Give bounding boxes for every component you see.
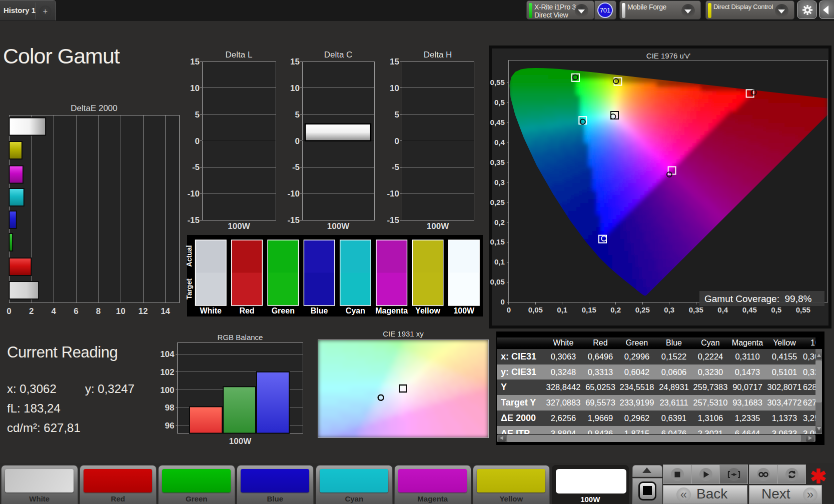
svg-text:5: 5 [395, 110, 399, 120]
svg-text:0,5: 0,5 [494, 98, 505, 106]
svg-text:10: 10 [116, 306, 126, 316]
svg-text:0,25: 0,25 [490, 198, 505, 206]
svg-text:0,55: 0,55 [796, 306, 810, 314]
svg-text:Yellow: Yellow [415, 306, 440, 315]
svg-text:-10: -10 [287, 189, 300, 198]
svg-text:0,1: 0,1 [557, 306, 567, 314]
svg-text:100W: 100W [427, 222, 449, 231]
svg-text:0,4: 0,4 [494, 138, 505, 146]
svg-text:2: 2 [29, 306, 34, 316]
svg-text:Actual: Actual [185, 246, 193, 267]
svg-text:15: 15 [190, 57, 200, 66]
svg-text:4: 4 [52, 306, 57, 316]
svg-text:0: 0 [295, 136, 300, 146]
svg-text:100W: 100W [228, 222, 250, 231]
svg-text:0,45: 0,45 [490, 118, 505, 126]
svg-text:15: 15 [390, 57, 399, 66]
svg-text:CIE 1931 xy: CIE 1931 xy [383, 330, 424, 338]
svg-text:0: 0 [395, 136, 399, 146]
svg-text:8: 8 [96, 306, 101, 316]
svg-text:Red: Red [239, 306, 254, 315]
svg-text:Magenta: Magenta [375, 306, 408, 315]
svg-text:0,15: 0,15 [582, 306, 596, 314]
svg-text:-5: -5 [292, 162, 300, 172]
svg-text:104: 104 [160, 350, 175, 359]
svg-text:0,15: 0,15 [490, 238, 505, 246]
svg-text:0,05: 0,05 [490, 278, 505, 286]
svg-text:10: 10 [190, 84, 200, 93]
svg-text:Gamut Coverage: 99,8%: Gamut Coverage: 99,8% [704, 294, 811, 304]
svg-text:0: 0 [195, 136, 200, 146]
svg-text:0,35: 0,35 [490, 158, 505, 166]
svg-text:Green: Green [272, 306, 295, 315]
svg-text:CIE 1976 u'v': CIE 1976 u'v' [646, 52, 690, 60]
svg-text:0: 0 [507, 306, 511, 314]
svg-text:12: 12 [139, 306, 148, 316]
svg-text:5: 5 [295, 110, 300, 120]
svg-text:14: 14 [161, 306, 170, 316]
svg-text:100: 100 [160, 386, 174, 395]
svg-text:-5: -5 [392, 162, 399, 172]
svg-text:Blue: Blue [311, 306, 328, 315]
svg-text:100W: 100W [453, 306, 475, 315]
svg-text:-5: -5 [192, 162, 200, 172]
svg-text:-10: -10 [187, 189, 200, 198]
svg-text:-15: -15 [287, 216, 300, 225]
svg-text:-15: -15 [187, 216, 200, 225]
svg-text:0,2: 0,2 [610, 306, 621, 314]
svg-text:0: 0 [500, 298, 504, 306]
svg-text:10: 10 [290, 84, 300, 93]
svg-text:100W: 100W [327, 222, 350, 231]
svg-text:0,25: 0,25 [635, 306, 650, 314]
svg-text:0,1: 0,1 [494, 258, 505, 266]
svg-text:Target: Target [185, 278, 193, 300]
svg-text:98: 98 [165, 403, 175, 412]
svg-text:15: 15 [290, 57, 300, 66]
svg-text:0,05: 0,05 [528, 306, 543, 314]
svg-text:Delta H: Delta H [424, 50, 452, 60]
svg-text:0,35: 0,35 [689, 306, 703, 314]
svg-text:0,3: 0,3 [664, 306, 674, 314]
svg-text:10: 10 [390, 84, 399, 93]
svg-text:-10: -10 [387, 189, 399, 198]
svg-text:96: 96 [165, 421, 175, 430]
svg-text:0,45: 0,45 [742, 306, 757, 314]
svg-text:102: 102 [160, 368, 174, 377]
svg-text:-15: -15 [387, 216, 399, 225]
svg-text:0: 0 [7, 306, 11, 316]
svg-text:White: White [200, 306, 222, 315]
svg-text:6: 6 [74, 306, 78, 316]
svg-text:0,2: 0,2 [494, 218, 505, 226]
svg-text:0,5: 0,5 [771, 306, 781, 314]
svg-text:100W: 100W [229, 436, 252, 446]
svg-text:RGB Balance: RGB Balance [218, 333, 263, 342]
svg-text:0,3: 0,3 [494, 178, 505, 186]
svg-text:Delta C: Delta C [324, 50, 353, 60]
svg-text:5: 5 [195, 110, 200, 120]
svg-text:Cyan: Cyan [346, 306, 365, 315]
svg-text:0,55: 0,55 [490, 78, 505, 86]
svg-text:DeltaE 2000: DeltaE 2000 [71, 104, 118, 113]
svg-text:0,4: 0,4 [717, 306, 728, 314]
svg-text:Delta L: Delta L [226, 50, 253, 60]
